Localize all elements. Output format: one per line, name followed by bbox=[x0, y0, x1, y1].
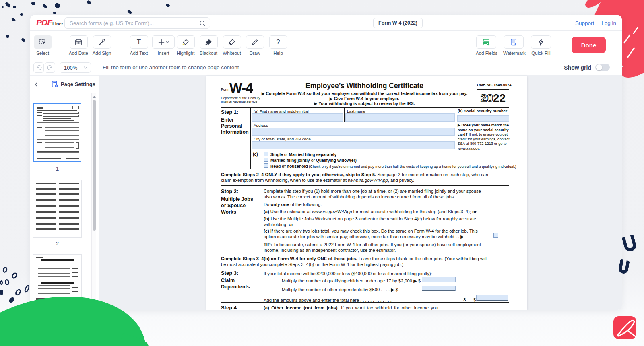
step2-a: (a) Use the estimator at www.irs.gov/W4A… bbox=[264, 209, 477, 214]
document-title-chip: Form W-4 (2022) bbox=[373, 18, 423, 28]
page-number-2: 2 bbox=[33, 241, 81, 247]
watermark-icon bbox=[510, 38, 518, 46]
city-input[interactable] bbox=[252, 141, 455, 149]
login-link[interactable]: Log in bbox=[601, 20, 616, 26]
search-input[interactable] bbox=[70, 18, 194, 28]
navy-u-blob bbox=[618, 259, 630, 274]
whiteout-button[interactable]: Whiteout bbox=[222, 35, 242, 56]
step4-a: (a) Other income (not from jobs). If you… bbox=[264, 305, 460, 310]
text-run: Qualifying widow(er) bbox=[316, 158, 357, 163]
form-bullet-3: ▶ Your withholding is subject to review … bbox=[254, 101, 475, 106]
collapse-sidebar-button[interactable] bbox=[30, 76, 42, 93]
step2-b: (b) Use the Multiple Jobs Worksheet on p… bbox=[264, 216, 476, 228]
blackout-button[interactable]: Blackout bbox=[199, 35, 218, 56]
navy-u-blob bbox=[621, 234, 637, 253]
undo-button[interactable] bbox=[33, 62, 44, 73]
add-fields-button[interactable]: Add Fields bbox=[476, 35, 497, 56]
step3-intro: If your total income will be $200,000 or… bbox=[264, 271, 432, 276]
insert-plus-icon bbox=[157, 38, 169, 46]
page-settings-label[interactable]: Page Settings bbox=[61, 81, 95, 87]
ssn-label: (b) Social security number bbox=[458, 109, 507, 114]
insert-button[interactable]: Insert bbox=[152, 35, 175, 56]
text-run: www.irs.gov/W4App bbox=[312, 209, 352, 214]
step1-sub: Information bbox=[221, 129, 249, 135]
text-run: See page 2 for more information on each … bbox=[376, 172, 488, 177]
page-thumbnail-1[interactable] bbox=[33, 103, 81, 162]
redo-button[interactable] bbox=[45, 62, 55, 73]
two-jobs-checkbox[interactable] bbox=[493, 233, 498, 238]
last-name-input[interactable] bbox=[345, 113, 455, 122]
calendar-icon bbox=[74, 38, 83, 46]
steps24-para: Complete Steps 2–4 ONLY if they apply to… bbox=[221, 172, 488, 183]
zoom-select[interactable]: 100% bbox=[60, 62, 91, 73]
quick-fill-button[interactable]: Quick Fill bbox=[530, 35, 551, 56]
help-button[interactable]: ? Help bbox=[268, 35, 288, 56]
draw-button[interactable]: Draw bbox=[245, 35, 264, 56]
text-run: If not, to ensure you get bbox=[468, 132, 508, 136]
step2-p1: Complete this step if you (1) hold more … bbox=[264, 188, 481, 200]
step3-label: Step 3: bbox=[221, 270, 238, 277]
thumbnail-scrollbar[interactable] bbox=[91, 93, 96, 310]
show-grid-toggle[interactable] bbox=[595, 64, 610, 71]
watermark-button[interactable]: Watermark bbox=[503, 35, 524, 56]
text-run: ▶ Does your name match the bbox=[458, 123, 509, 127]
dependents-total-input[interactable] bbox=[476, 295, 508, 301]
select-tool-button[interactable]: Select bbox=[33, 35, 52, 56]
text-run: name on your social security bbox=[458, 128, 509, 132]
add-sign-button[interactable]: Add Sign bbox=[92, 35, 111, 56]
search-icon[interactable] bbox=[199, 20, 206, 29]
single-checkbox[interactable] bbox=[264, 152, 268, 156]
married-jointly-checkbox[interactable] bbox=[264, 158, 268, 162]
logo-liner-text: Liner bbox=[52, 21, 63, 27]
text-icon: T bbox=[137, 38, 141, 46]
text-run: claim exemption from withholding, when t… bbox=[221, 178, 348, 183]
text-run: , and privacy. bbox=[388, 178, 415, 183]
text-run: credit for your earnings, contact bbox=[458, 137, 510, 141]
support-link[interactable]: Support bbox=[575, 20, 594, 26]
text-run: option is accurate for jobs with similar… bbox=[264, 234, 464, 239]
pdfliner-logo[interactable]: PDF Liner bbox=[36, 18, 63, 27]
document-title: Form W-4 (2022) bbox=[378, 20, 417, 26]
qualifying-children-input[interactable] bbox=[422, 277, 456, 282]
logo-pdf-text: PDF bbox=[36, 18, 52, 27]
text-run: card? bbox=[458, 132, 468, 136]
text-run: (a) Other income (not from jobs). bbox=[264, 305, 339, 310]
filing-status-single: Single or Married filing separately bbox=[270, 152, 336, 157]
add-date-button[interactable]: Add Date bbox=[69, 35, 88, 56]
address-input[interactable] bbox=[252, 128, 455, 136]
page-thumbnail-2[interactable] bbox=[33, 180, 81, 237]
step2-tip: TIP: To be accurate, submit a 2022 Form … bbox=[264, 242, 481, 253]
secondary-toolbar: 100% Fill the form or use another tools … bbox=[30, 59, 622, 75]
other-dependents-input[interactable] bbox=[422, 286, 456, 291]
text-run: www.irs.gov/W4App bbox=[348, 178, 388, 183]
first-name-input[interactable] bbox=[252, 113, 343, 122]
scrollbar-thumb[interactable] bbox=[93, 100, 96, 231]
steps34-para: Complete Steps 3–4(b) on Form W-4 for on… bbox=[221, 256, 487, 268]
whiteout-icon bbox=[228, 38, 236, 46]
text-run: (b) bbox=[264, 216, 269, 221]
text-run: Complete Steps 3–4(b) on Form W-4 for on… bbox=[221, 256, 357, 261]
highlight-button[interactable]: Highlight bbox=[176, 35, 195, 56]
head-household-checkbox[interactable] bbox=[264, 163, 268, 168]
blackout-icon bbox=[204, 38, 213, 46]
search-form-field[interactable] bbox=[64, 17, 210, 29]
step2-label: Step 2: bbox=[221, 188, 238, 195]
scroll-up-arrow[interactable] bbox=[93, 96, 96, 98]
lightning-icon bbox=[537, 38, 545, 46]
step4-label: Step 4 bbox=[221, 305, 237, 310]
show-grid-label: Show grid bbox=[564, 64, 591, 71]
text-run: Do bbox=[264, 202, 270, 207]
form-bullet-1: ▶ Complete Form W-4 so that your employe… bbox=[254, 91, 475, 96]
text-run: SSA at 800-772-1213 or go to bbox=[458, 142, 507, 146]
add-text-button[interactable]: T Add Text bbox=[129, 35, 149, 56]
text-run: (a) bbox=[264, 209, 269, 214]
form-word: Form bbox=[221, 87, 229, 92]
done-button[interactable]: Done bbox=[572, 37, 606, 53]
text-run: income, including as an independent cont… bbox=[264, 248, 396, 253]
step2-sub: or Spouse bbox=[221, 202, 246, 209]
step3-sub: Claim bbox=[221, 277, 235, 284]
text-run: Complete Steps 2–4 ONLY if they apply to… bbox=[221, 172, 376, 177]
ssn-input[interactable] bbox=[457, 115, 509, 122]
help-icon: ? bbox=[276, 38, 280, 46]
step3-line1: Multiply the number of qualifying childr… bbox=[282, 278, 421, 284]
